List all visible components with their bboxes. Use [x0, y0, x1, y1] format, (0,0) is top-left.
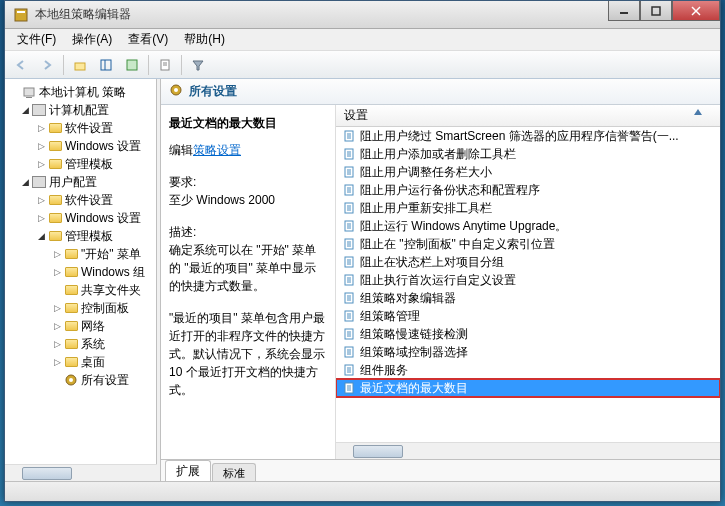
- tree-item[interactable]: ▷系统: [5, 335, 156, 353]
- policy-item[interactable]: 组策略慢速链接检测: [336, 325, 720, 343]
- maximize-button[interactable]: [640, 1, 672, 21]
- policy-item[interactable]: 阻止在状态栏上对项目分组: [336, 253, 720, 271]
- statusbar: [5, 481, 720, 501]
- policy-item[interactable]: 组策略管理: [336, 307, 720, 325]
- tree-user-config[interactable]: ◢用户配置: [5, 173, 156, 191]
- policy-icon: [342, 219, 356, 233]
- edit-policy-link[interactable]: 策略设置: [193, 143, 241, 157]
- policy-item[interactable]: 组策略域控制器选择: [336, 343, 720, 361]
- tree-admin-templates[interactable]: ◢管理模板: [5, 227, 156, 245]
- svg-point-18: [174, 88, 178, 92]
- policy-label: 阻止用户重新安排工具栏: [360, 200, 492, 217]
- filter-button[interactable]: [186, 54, 210, 76]
- policy-item[interactable]: 最近文档的最大数目: [336, 379, 720, 397]
- policy-label: 组策略对象编辑器: [360, 290, 456, 307]
- selected-policy-title: 最近文档的最大数目: [169, 115, 327, 132]
- policy-icon: [342, 363, 356, 377]
- policy-item[interactable]: 阻止用户添加或者删除工具栏: [336, 145, 720, 163]
- policy-icon: [342, 165, 356, 179]
- content-title: 所有设置: [189, 83, 237, 100]
- svg-rect-3: [652, 7, 660, 15]
- policy-label: 阻止用户添加或者删除工具栏: [360, 146, 516, 163]
- tree-item[interactable]: ▷软件设置: [5, 119, 156, 137]
- content-header: 所有设置: [161, 79, 720, 105]
- view-tabs: 扩展 标准: [161, 459, 720, 481]
- requirements-label: 要求:: [169, 173, 327, 191]
- tree-item[interactable]: ▷网络: [5, 317, 156, 335]
- tree-item[interactable]: ▷软件设置: [5, 191, 156, 209]
- window-title: 本地组策略编辑器: [35, 6, 608, 23]
- policy-label: 阻止执行首次运行自定义设置: [360, 272, 516, 289]
- description-label: 描述:: [169, 223, 327, 241]
- up-button[interactable]: [68, 54, 92, 76]
- tree-h-scrollbar[interactable]: [5, 464, 157, 481]
- policy-item[interactable]: 阻止执行首次运行自定义设置: [336, 271, 720, 289]
- policy-label: 组件服务: [360, 362, 408, 379]
- policy-label: 组策略管理: [360, 308, 420, 325]
- svg-rect-14: [26, 97, 32, 98]
- policy-list[interactable]: 阻止用户绕过 SmartScreen 筛选器的应用程序信誉警告(一...阻止用户…: [336, 127, 720, 442]
- svg-rect-6: [75, 63, 85, 70]
- svg-rect-13: [24, 88, 34, 96]
- policy-icon: [342, 309, 356, 323]
- policy-label: 阻止用户运行备份状态和配置程序: [360, 182, 540, 199]
- menu-help[interactable]: 帮助(H): [176, 29, 233, 50]
- list-h-scrollbar[interactable]: [336, 442, 720, 459]
- forward-button: [35, 54, 59, 76]
- svg-rect-1: [17, 11, 25, 13]
- tree-item[interactable]: ▷控制面板: [5, 299, 156, 317]
- tree-item[interactable]: ▷Windows 组: [5, 263, 156, 281]
- properties-button[interactable]: [153, 54, 177, 76]
- list-column-header[interactable]: 设置: [336, 105, 720, 127]
- app-icon: [13, 7, 29, 23]
- tree-item[interactable]: ▷管理模板: [5, 155, 156, 173]
- tab-extended[interactable]: 扩展: [165, 460, 211, 481]
- policy-label: 组策略慢速链接检测: [360, 326, 468, 343]
- policy-icon: [342, 129, 356, 143]
- policy-item[interactable]: 组策略对象编辑器: [336, 289, 720, 307]
- policy-icon: [342, 381, 356, 395]
- tree-all-settings[interactable]: 所有设置: [5, 371, 156, 389]
- policy-label: 阻止运行 Windows Anytime Upgrade。: [360, 218, 567, 235]
- menu-file[interactable]: 文件(F): [9, 29, 64, 50]
- tree-computer-config[interactable]: ◢计算机配置: [5, 101, 156, 119]
- policy-item[interactable]: 阻止用户运行备份状态和配置程序: [336, 181, 720, 199]
- policy-item[interactable]: 阻止运行 Windows Anytime Upgrade。: [336, 217, 720, 235]
- minimize-button[interactable]: [608, 1, 640, 21]
- policy-icon: [342, 327, 356, 341]
- tree-item[interactable]: ▷桌面: [5, 353, 156, 371]
- description-text-1: 确定系统可以在 "开始" 菜单的 "最近的项目" 菜单中显示的快捷方式数量。: [169, 241, 327, 295]
- policy-icon: [342, 147, 356, 161]
- policy-label: 阻止用户调整任务栏大小: [360, 164, 492, 181]
- policy-item[interactable]: 阻止用户调整任务栏大小: [336, 163, 720, 181]
- policy-label: 阻止在 "控制面板" 中自定义索引位置: [360, 236, 555, 253]
- tree-item[interactable]: ▷"开始" 菜单: [5, 245, 156, 263]
- menu-view[interactable]: 查看(V): [120, 29, 176, 50]
- gear-icon: [169, 83, 183, 100]
- policy-icon: [342, 237, 356, 251]
- back-button: [9, 54, 33, 76]
- policy-item[interactable]: 阻止用户绕过 SmartScreen 筛选器的应用程序信誉警告(一...: [336, 127, 720, 145]
- tree-item[interactable]: ▷Windows 设置: [5, 209, 156, 227]
- policy-icon: [342, 291, 356, 305]
- export-button[interactable]: [120, 54, 144, 76]
- close-button[interactable]: [672, 1, 720, 21]
- description-text-2: "最近的项目" 菜单包含用户最近打开的非程序文件的快捷方式。默认情况下，系统会显…: [169, 309, 327, 399]
- toolbar: [5, 51, 720, 79]
- policy-icon: [342, 273, 356, 287]
- policy-icon: [342, 255, 356, 269]
- menu-action[interactable]: 操作(A): [64, 29, 120, 50]
- svg-rect-9: [127, 60, 137, 70]
- policy-icon: [342, 201, 356, 215]
- policy-item[interactable]: 组件服务: [336, 361, 720, 379]
- policy-item[interactable]: 阻止用户重新安排工具栏: [336, 199, 720, 217]
- show-hide-button[interactable]: [94, 54, 118, 76]
- tree-view[interactable]: 本地计算机 策略 ◢计算机配置 ▷软件设置 ▷Windows 设置 ▷管理模板 …: [5, 79, 157, 464]
- svg-rect-0: [15, 9, 27, 21]
- tree-item[interactable]: ▷Windows 设置: [5, 137, 156, 155]
- svg-point-16: [69, 378, 73, 382]
- tree-root[interactable]: 本地计算机 策略: [5, 83, 156, 101]
- policy-item[interactable]: 阻止在 "控制面板" 中自定义索引位置: [336, 235, 720, 253]
- tree-item[interactable]: 共享文件夹: [5, 281, 156, 299]
- tab-standard[interactable]: 标准: [212, 463, 256, 481]
